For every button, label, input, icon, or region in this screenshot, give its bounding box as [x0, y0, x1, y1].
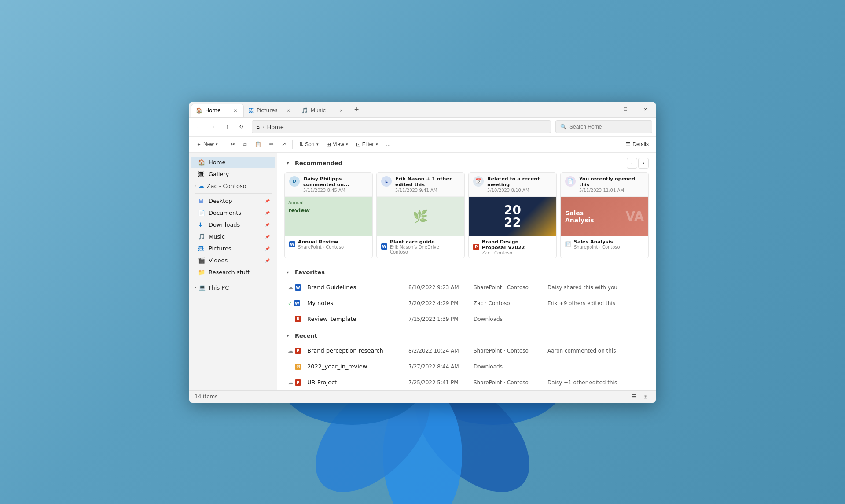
rec-card-sales-file-info: Sales Analysis Sharepoint · Contoso	[574, 239, 644, 250]
copy-button[interactable]: ⧉	[239, 140, 250, 149]
music-pin-icon: 📌	[265, 235, 270, 239]
filter-button[interactable]: ⊡ Filter ▾	[353, 140, 382, 149]
file-explorer-window: 🏠 Home ✕ 🖼 Pictures ✕ 🎵 Music ✕ + —	[189, 102, 656, 403]
rec-card-sales[interactable]: 📄 You recently opened this 5/11/2023 11:…	[560, 172, 649, 258]
rec-card-sales-date: 5/11/2023 11:01 AM	[579, 188, 644, 193]
cloud-icon: ☁	[199, 183, 204, 189]
search-icon: 🔍	[560, 124, 567, 130]
statusbar: 14 items ☰ ⊞	[189, 390, 656, 403]
recent-collapse-button[interactable]: ▾	[284, 332, 291, 339]
sidebar-documents-label: Documents	[209, 210, 241, 216]
rec-card-annual-thumb: Annual review	[285, 197, 372, 236]
sidebar-item-pictures[interactable]: 🖼 Pictures 📌	[191, 243, 275, 254]
new-button[interactable]: ＋ New ▾	[193, 139, 221, 150]
close-icon: ✕	[644, 107, 647, 112]
list-item[interactable]: 🖼 2022_year_in_review 7/27/2022 8:44 AM …	[284, 359, 649, 375]
sidebar-item-desktop[interactable]: 🖥 Desktop 📌	[191, 195, 275, 207]
maximize-button[interactable]: ☐	[615, 102, 636, 118]
tab-pictures-label: Pictures	[257, 107, 282, 114]
sidebar-item-research[interactable]: 📁 Research stuff	[191, 267, 275, 278]
sidebar-divider-2	[195, 280, 272, 280]
sidebar-item-documents[interactable]: 📄 Documents 📌	[191, 207, 275, 219]
sidebar-divider-1	[195, 193, 272, 194]
rename-button[interactable]: ✏	[266, 140, 277, 149]
sidebar-downloads-label: Downloads	[209, 221, 240, 228]
forward-icon: →	[210, 124, 216, 130]
sidebar-item-home[interactable]: 🏠 Home	[191, 157, 275, 168]
rec-card-annual-header: D Daisy Philipps commented on... 5/11/20…	[285, 173, 372, 197]
recommended-next-button[interactable]: ›	[638, 158, 649, 169]
refresh-button[interactable]: ↻	[235, 121, 247, 133]
rec-card-sales-info: You recently opened this 5/11/2023 11:01…	[579, 176, 644, 193]
list-item[interactable]: ☁ W Brand Guidelines 8/10/2022 9:23 AM S…	[284, 280, 649, 295]
sort-dropdown-icon: ▾	[316, 142, 319, 147]
tab-home[interactable]: 🏠 Home ✕	[191, 104, 244, 117]
forward-button[interactable]: →	[207, 121, 219, 133]
sidebar: 🏠 Home 🖼 Gallery › ☁ Zac - Contoso 🖥 Des…	[189, 153, 277, 390]
tabs-area: 🏠 Home ✕ 🖼 Pictures ✕ 🎵 Music ✕ +	[189, 102, 595, 117]
ppt-icon-brand: P	[473, 244, 479, 250]
sidebar-item-videos[interactable]: 🎬 Videos 📌	[191, 255, 275, 266]
view-icon: ⊞	[327, 141, 331, 147]
details-button[interactable]: ☰ Details	[622, 140, 652, 149]
sidebar-item-music[interactable]: 🎵 Music 📌	[191, 231, 275, 243]
tab-home-close[interactable]: ✕	[232, 107, 239, 114]
recommended-prev-button[interactable]: ‹	[627, 158, 637, 169]
rec-card-plant[interactable]: E Erik Nason + 1 other edited this 5/11/…	[376, 172, 465, 258]
sidebar-item-downloads[interactable]: ⬇ Downloads 📌	[191, 219, 275, 231]
music-icon: 🎵	[198, 233, 205, 240]
favorites-collapse-button[interactable]: ▾	[284, 269, 291, 276]
tab-pictures[interactable]: 🖼 Pictures ✕	[244, 104, 297, 117]
search-input[interactable]	[569, 124, 647, 130]
details-label: Details	[632, 141, 649, 147]
minimize-button[interactable]: —	[595, 102, 615, 118]
view-button[interactable]: ⊞ View ▾	[323, 140, 352, 149]
grid-view-button[interactable]: ⊞	[641, 392, 650, 401]
list-item[interactable]: ☁ P UR Project 7/25/2022 5:41 PM SharePo…	[284, 375, 649, 390]
close-button[interactable]: ✕	[636, 102, 656, 118]
rec-card-annual-info: Daisy Philipps commented on... 5/11/2023…	[303, 176, 368, 193]
share-button[interactable]: ↗	[278, 140, 290, 149]
back-button[interactable]: ←	[193, 121, 205, 133]
sidebar-item-this-pc[interactable]: › 💻 This PC	[191, 282, 275, 293]
rec-card-brand-info: Related to a recent meeting 5/10/2023 8:…	[487, 176, 552, 193]
cut-button[interactable]: ✂	[227, 140, 239, 149]
grid-view-icon: ⊞	[643, 394, 648, 400]
rec-card-annual-date: 5/11/2023 8:45 AM	[303, 188, 368, 193]
rec-card-annual-file-info: Annual Review SharePoint · Contoso	[298, 239, 368, 250]
share-icon: ↗	[282, 141, 286, 147]
rec-card-sales-avatar: 📄	[565, 176, 576, 187]
recommended-collapse-button[interactable]: ▾	[284, 160, 291, 167]
file-date-year-review: 7/27/2022 8:44 AM	[408, 364, 470, 370]
up-icon: ↑	[226, 124, 228, 130]
rec-card-annual-avatar: D	[289, 176, 300, 187]
list-view-button[interactable]: ☰	[629, 392, 639, 401]
ppt-icon-review-template: P	[295, 316, 301, 322]
list-item[interactable]: P Review_template 7/15/2022 1:39 PM Down…	[284, 311, 649, 327]
paste-button[interactable]: 📋	[251, 140, 265, 149]
rec-card-brand-avatar: 📅	[473, 176, 484, 187]
more-button[interactable]: …	[382, 140, 395, 149]
list-item[interactable]: ☁ P Brand perception research 8/2/2022 1…	[284, 343, 649, 359]
tab-music-close[interactable]: ✕	[338, 107, 345, 114]
list-item[interactable]: ✓ W My notes 7/20/2022 4:29 PM Zac · Con…	[284, 295, 649, 311]
address-bar[interactable]: ⌂ › Home	[252, 120, 551, 133]
rec-card-annual[interactable]: D Daisy Philipps commented on... 5/11/20…	[284, 172, 373, 258]
new-tab-button[interactable]: +	[350, 103, 363, 115]
sidebar-item-zac-contoso[interactable]: › ☁ Zac - Contoso	[191, 180, 275, 191]
ppt-icon-ur-project: P	[295, 379, 301, 386]
sort-button[interactable]: ⇅ Sort ▾	[295, 140, 322, 149]
tab-music[interactable]: 🎵 Music ✕	[297, 104, 349, 117]
sidebar-item-gallery[interactable]: 🖼 Gallery	[191, 169, 275, 180]
rec-card-plant-footer: W Plant care guide Erik Nason's OneDrive…	[377, 236, 464, 257]
rec-card-plant-thumb: 🌿	[377, 197, 464, 236]
up-button[interactable]: ↑	[221, 121, 233, 133]
file-activity-brand-guidelines: Daisy shared this with you	[547, 284, 645, 291]
sidebar-music-label: Music	[209, 233, 225, 240]
pictures-tab-icon: 🖼	[249, 107, 254, 114]
tab-pictures-close[interactable]: ✕	[285, 107, 292, 114]
sidebar-this-pc-label: This PC	[208, 284, 229, 291]
rec-card-brand[interactable]: 📅 Related to a recent meeting 5/10/2023 …	[468, 172, 557, 258]
refresh-icon: ↻	[239, 124, 243, 130]
search-bar[interactable]: 🔍	[555, 120, 652, 133]
